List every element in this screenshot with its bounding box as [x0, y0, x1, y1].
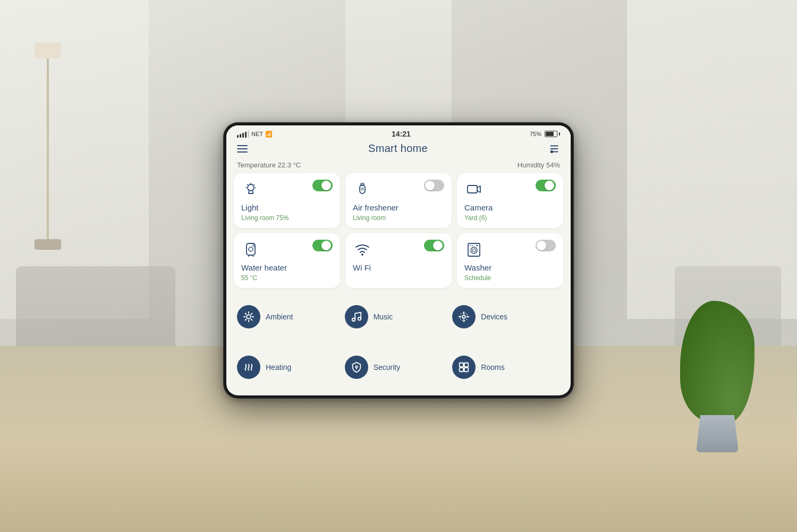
light-name: Light [241, 203, 333, 212]
washer-icon [464, 240, 484, 259]
camera-sub: Yard (6) [464, 214, 556, 222]
tablet: NET 📶 14:21 75% [223, 122, 574, 399]
svg-point-27 [477, 245, 478, 247]
svg-point-39 [463, 315, 466, 318]
washer-toggle[interactable] [536, 240, 556, 251]
ambient-label: Ambient [266, 313, 293, 321]
svg-line-7 [247, 184, 248, 185]
camera-icon [464, 180, 484, 199]
washer-name: Washer [464, 263, 556, 272]
svg-point-4 [248, 184, 254, 191]
svg-line-10 [254, 184, 255, 185]
wifi-card[interactable]: Wi Fi [345, 233, 452, 288]
light-card-top [241, 180, 333, 199]
nav-heating[interactable]: Heating [237, 344, 345, 390]
air-freshener-card[interactable]: Air freshener Living room [345, 173, 452, 228]
devices-icon [452, 305, 476, 328]
music-icon [345, 305, 368, 328]
app-header: Smart home [226, 140, 571, 159]
svg-rect-12 [361, 183, 364, 185]
settings-button[interactable] [548, 143, 560, 155]
svg-rect-11 [360, 185, 365, 193]
water-heater-icon [241, 240, 260, 259]
nav-security[interactable]: Security [345, 344, 453, 390]
heating-label: Heating [266, 363, 291, 371]
svg-point-38 [358, 317, 361, 320]
floor-lamp [32, 43, 64, 255]
svg-rect-46 [464, 367, 468, 371]
svg-line-36 [245, 319, 246, 320]
tablet-device: NET 📶 14:21 75% [223, 122, 574, 399]
light-card[interactable]: Light Living room 75% [234, 173, 340, 228]
status-time: 14:21 [392, 130, 411, 138]
rooms-icon [452, 356, 476, 379]
tablet-screen: NET 📶 14:21 75% [226, 125, 571, 395]
air-freshener-sub: Living room [353, 214, 444, 222]
svg-point-17 [249, 247, 253, 251]
app-title: Smart home [368, 142, 428, 155]
status-right: 75% [530, 131, 560, 137]
light-sub: Living room 75% [241, 214, 333, 222]
nav-ambient[interactable]: Ambient [237, 293, 345, 340]
svg-rect-45 [460, 367, 463, 371]
battery-icon [545, 131, 560, 137]
wifi-toggle[interactable] [424, 240, 444, 251]
ambient-icon [237, 305, 260, 328]
svg-point-23 [471, 247, 477, 254]
devices-label: Devices [481, 313, 507, 321]
svg-point-3 [551, 150, 553, 153]
status-bar: NET 📶 14:21 75% [226, 125, 571, 140]
camera-card[interactable]: Camera Yard (6) [457, 173, 563, 228]
water-heater-name: Water heater [241, 263, 333, 272]
svg-point-37 [352, 318, 355, 321]
humidity-stat: Humidity 54% [518, 161, 560, 169]
bottom-navigation: Ambient Music [226, 288, 571, 395]
svg-point-28 [247, 315, 250, 318]
wifi-name: Wi Fi [353, 263, 444, 272]
light-toggle[interactable] [312, 180, 333, 191]
svg-rect-16 [247, 243, 255, 255]
svg-line-34 [251, 319, 252, 320]
security-icon [345, 356, 368, 379]
wifi-status-icon: 📶 [265, 131, 273, 138]
air-freshener-name: Air freshener [353, 203, 444, 212]
svg-line-33 [245, 313, 246, 314]
camera-card-top [464, 180, 556, 199]
plant [680, 303, 754, 452]
washer-card[interactable]: Washer Schedule [457, 233, 563, 288]
svg-point-24 [472, 249, 476, 252]
camera-toggle[interactable] [536, 180, 556, 191]
wifi-large-icon [353, 240, 372, 259]
water-heater-sub: 55 °C [241, 274, 333, 282]
svg-rect-15 [468, 185, 477, 193]
carrier-label: NET [251, 131, 263, 137]
heating-icon [237, 356, 260, 379]
air-freshener-toggle[interactable] [424, 180, 444, 191]
light-icon [241, 180, 260, 199]
music-label: Music [374, 313, 393, 321]
water-heater-card[interactable]: Water heater 55 °C [234, 233, 340, 288]
nav-devices[interactable]: Devices [452, 293, 560, 340]
menu-button[interactable] [237, 145, 248, 153]
washer-card-top [464, 240, 556, 259]
devices-grid: Light Living room 75% [226, 173, 571, 288]
svg-point-21 [361, 254, 363, 256]
status-left: NET 📶 [237, 131, 273, 138]
stats-bar: Temperature 22.3 °C Humidity 54% [226, 159, 571, 173]
security-label: Security [374, 363, 401, 371]
svg-rect-44 [464, 362, 468, 366]
camera-name: Camera [464, 203, 556, 212]
svg-rect-43 [460, 362, 463, 366]
nav-music[interactable]: Music [345, 293, 453, 340]
wifi-card-top [353, 240, 444, 259]
water-heater-toggle[interactable] [312, 240, 333, 251]
rooms-label: Rooms [481, 363, 504, 371]
air-freshener-card-top [353, 180, 444, 199]
temperature-stat: Temperature 22.3 °C [237, 161, 301, 169]
svg-line-35 [251, 313, 252, 314]
air-freshener-icon [353, 180, 372, 199]
washer-sub: Schedule [464, 274, 556, 282]
signal-icon [237, 131, 249, 138]
battery-percent: 75% [530, 131, 541, 137]
nav-rooms[interactable]: Rooms [452, 344, 560, 390]
